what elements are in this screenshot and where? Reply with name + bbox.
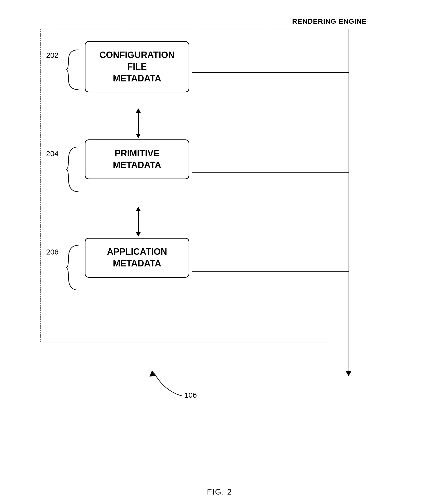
h-line-202 (192, 72, 349, 73)
svg-rect-4 (138, 211, 139, 232)
rendering-engine-arrow-down (346, 371, 352, 376)
label-204: 204 (46, 149, 59, 158)
label-106: 106 (184, 391, 197, 399)
reference-106-area: 106 (145, 366, 199, 402)
block-206-line2: METADATA (113, 258, 161, 268)
block-202-line2: FILE (127, 62, 147, 72)
label-202: 202 (46, 51, 59, 60)
svg-marker-6 (149, 371, 156, 377)
diagram: RENDERING ENGINE 202 204 206 CONFIGURATI… (20, 15, 419, 474)
block-204-line2: METADATA (113, 160, 161, 170)
svg-marker-2 (136, 134, 141, 138)
h-line-204 (192, 172, 349, 173)
svg-marker-3 (136, 207, 141, 211)
bidir-arrow-202-204 (135, 108, 142, 139)
block-206-line1: APPLICATION (107, 247, 167, 257)
svg-marker-5 (136, 232, 141, 237)
block-202-line3: METADATA (113, 73, 161, 83)
rendering-engine-line (349, 29, 349, 372)
block-configuration-file-metadata: CONFIGURATION FILE METADATA (85, 41, 189, 92)
figure-caption: FIG. 2 (207, 487, 232, 497)
block-primitive-metadata: PRIMITIVE METADATA (85, 139, 189, 179)
label-206: 206 (46, 248, 59, 256)
rendering-engine-label: RENDERING ENGINE (292, 17, 367, 25)
brace-206 (64, 243, 82, 294)
brace-204 (64, 144, 82, 195)
block-application-metadata: APPLICATION METADATA (85, 238, 189, 278)
h-line-206 (192, 271, 349, 272)
bidir-arrow-204-206 (135, 207, 142, 238)
svg-marker-0 (136, 108, 141, 113)
block-202-line1: CONFIGURATION (99, 50, 174, 60)
svg-rect-1 (138, 113, 139, 134)
block-204-line1: PRIMITIVE (115, 148, 159, 158)
brace-202 (64, 47, 82, 93)
